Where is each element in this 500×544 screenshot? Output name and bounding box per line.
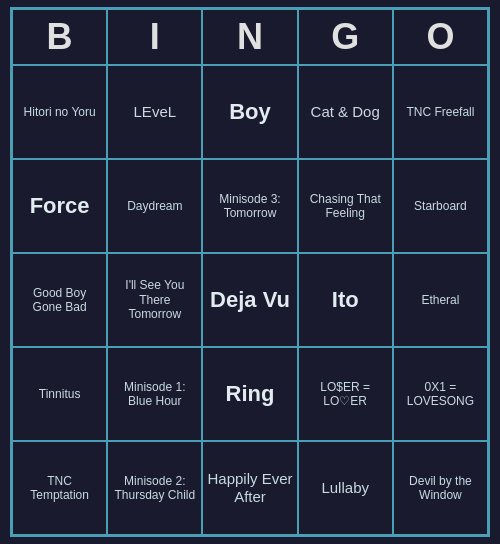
bingo-cell-4-4: Devil by the Window — [393, 441, 488, 535]
bingo-cell-1-2: Minisode 3: Tomorrow — [202, 159, 297, 253]
bingo-cell-1-0: Force — [12, 159, 107, 253]
bingo-cell-1-1: Daydream — [107, 159, 202, 253]
bingo-cell-1-3: Chasing That Feeling — [298, 159, 393, 253]
bingo-row-4: TNC TemptationMinisode 2: Thursday Child… — [12, 441, 488, 535]
bingo-cell-3-2: Ring — [202, 347, 297, 441]
bingo-cell-2-0: Good Boy Gone Bad — [12, 253, 107, 347]
header-letter-N: N — [202, 9, 297, 65]
bingo-cell-3-4: 0X1 = LOVESONG — [393, 347, 488, 441]
bingo-cell-4-3: Lullaby — [298, 441, 393, 535]
header-letter-O: O — [393, 9, 488, 65]
bingo-grid: Hitori no YoruLEveLBoyCat & DogTNC Freef… — [12, 65, 488, 535]
header-letter-B: B — [12, 9, 107, 65]
bingo-cell-3-0: Tinnitus — [12, 347, 107, 441]
bingo-cell-2-2: Deja Vu — [202, 253, 297, 347]
bingo-cell-3-1: Minisode 1: Blue Hour — [107, 347, 202, 441]
bingo-row-2: Good Boy Gone BadI'll See You There Tomo… — [12, 253, 488, 347]
bingo-cell-3-3: LO$ER = LO♡ER — [298, 347, 393, 441]
bingo-cell-4-2: Happily Ever After — [202, 441, 297, 535]
bingo-card: BINGO Hitori no YoruLEveLBoyCat & DogTNC… — [10, 7, 490, 537]
bingo-row-0: Hitori no YoruLEveLBoyCat & DogTNC Freef… — [12, 65, 488, 159]
bingo-cell-0-3: Cat & Dog — [298, 65, 393, 159]
bingo-cell-0-4: TNC Freefall — [393, 65, 488, 159]
bingo-cell-2-4: Etheral — [393, 253, 488, 347]
bingo-cell-2-1: I'll See You There Tomorrow — [107, 253, 202, 347]
bingo-cell-1-4: Starboard — [393, 159, 488, 253]
bingo-row-3: TinnitusMinisode 1: Blue HourRingLO$ER =… — [12, 347, 488, 441]
bingo-cell-0-1: LEveL — [107, 65, 202, 159]
bingo-header: BINGO — [12, 9, 488, 65]
bingo-cell-4-1: Minisode 2: Thursday Child — [107, 441, 202, 535]
header-letter-I: I — [107, 9, 202, 65]
bingo-row-1: ForceDaydreamMinisode 3: TomorrowChasing… — [12, 159, 488, 253]
header-letter-G: G — [298, 9, 393, 65]
bingo-cell-4-0: TNC Temptation — [12, 441, 107, 535]
bingo-cell-2-3: Ito — [298, 253, 393, 347]
bingo-cell-0-2: Boy — [202, 65, 297, 159]
bingo-cell-0-0: Hitori no Yoru — [12, 65, 107, 159]
